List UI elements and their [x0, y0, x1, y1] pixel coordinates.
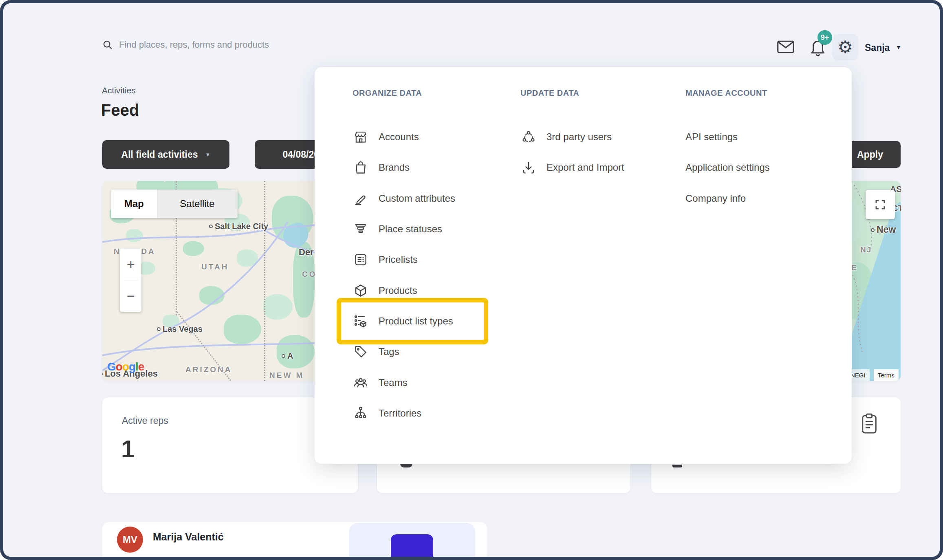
- map-label-nj: NJ: [860, 245, 872, 254]
- map-view-button[interactable]: Map: [111, 190, 157, 218]
- gear-icon: ⚙: [837, 39, 853, 56]
- map-label-de-partial: E: [851, 263, 857, 272]
- user-menu[interactable]: Sanja: [865, 42, 890, 53]
- partial-digit: [400, 464, 412, 467]
- people-icon: [353, 375, 369, 391]
- menu-item-product-list-types[interactable]: Product list types: [353, 311, 453, 331]
- layers-funnel-icon: [353, 221, 369, 237]
- map-label-arizona: ARIZONA: [185, 365, 232, 374]
- zoom-in-button[interactable]: +: [120, 249, 141, 280]
- organize-data-header: ORGANIZE DATA: [353, 88, 422, 98]
- mail-icon[interactable]: [777, 40, 795, 54]
- manage-account-header: MANAGE ACCOUNT: [685, 88, 767, 98]
- google-logo: Google: [107, 360, 144, 373]
- menu-item-company-info[interactable]: Company info: [685, 189, 746, 208]
- menu-item-export-and-import[interactable]: Export and Import: [520, 158, 624, 177]
- breadcrumb: Activities: [102, 86, 136, 95]
- download-icon: [520, 159, 537, 176]
- menu-item-brands[interactable]: Brands: [353, 158, 410, 177]
- chevron-down-icon: ▼: [205, 152, 211, 158]
- menu-item-accounts[interactable]: Accounts: [353, 127, 419, 147]
- menu-item-place-statuses[interactable]: Place statuses: [353, 219, 442, 239]
- shopping-bag-icon: [353, 159, 369, 176]
- menu-item-pricelists[interactable]: Pricelists: [353, 250, 418, 269]
- partial-digit: [672, 465, 682, 467]
- satellite-view-button[interactable]: Satellite: [157, 190, 238, 218]
- list-cube-icon: [353, 313, 369, 329]
- map-label-denver-partial: Der: [299, 247, 314, 258]
- fullscreen-button[interactable]: [866, 190, 895, 219]
- map-label-new-york-partial: New: [871, 224, 896, 235]
- activity-filter-label: All field activities: [121, 149, 198, 160]
- map-label-albuquerque-partial: A: [282, 351, 293, 361]
- rep-name: Marija Valentić: [153, 531, 224, 543]
- update-data-header: UPDATE DATA: [520, 88, 579, 98]
- cube-icon: [353, 282, 369, 299]
- app-screen: 9+ ⚙ Sanja ▼ Activities Feed All field a…: [0, 0, 943, 560]
- pencil-icon: [353, 190, 369, 207]
- card-value: 1: [121, 435, 134, 463]
- menu-item-territories[interactable]: Territories: [353, 403, 421, 423]
- tag-icon: [353, 344, 369, 360]
- chevron-down-icon: ▼: [896, 44, 901, 51]
- network-icon: [520, 129, 537, 145]
- notification-badge: 9+: [817, 30, 832, 45]
- menu-item-custom-attributes[interactable]: Custom attributes: [353, 189, 455, 208]
- map-label-new-mexico-partial: NEW M: [269, 371, 304, 380]
- map-zoom-control: + −: [120, 249, 141, 312]
- search-icon: [102, 39, 113, 51]
- hierarchy-icon: [353, 405, 369, 421]
- feed-media-preview: [349, 523, 475, 560]
- card-label: Active reps: [122, 415, 168, 426]
- activity-filter-dropdown[interactable]: All field activities ▼: [102, 140, 229, 169]
- zoom-out-button[interactable]: −: [120, 280, 141, 312]
- clipboard-icon: [860, 412, 879, 435]
- search-input[interactable]: [119, 40, 331, 50]
- menu-item-products[interactable]: Products: [353, 281, 417, 300]
- map-label-utah: UTAH: [201, 262, 229, 271]
- settings-gear-button[interactable]: ⚙: [832, 34, 858, 60]
- fullscreen-icon: [874, 198, 886, 211]
- apply-label: Apply: [857, 149, 883, 160]
- map-terms-link[interactable]: Terms: [874, 369, 899, 381]
- map-label-salt-lake-city: Salt Lake City: [209, 222, 268, 231]
- settings-menu-panel: ORGANIZE DATA UPDATE DATA MANAGE ACCOUNT…: [315, 67, 852, 464]
- map-type-toggle: Map Satellite: [111, 190, 238, 218]
- menu-item-tags[interactable]: Tags: [353, 342, 399, 362]
- menu-item-api-settings[interactable]: API settings: [685, 127, 738, 147]
- menu-item-application-settings[interactable]: Application settings: [685, 158, 770, 177]
- page-title: Feed: [101, 101, 139, 119]
- avatar: MV: [117, 527, 143, 553]
- global-search[interactable]: [102, 39, 331, 51]
- map-label-las-vegas: Las Vegas: [157, 324, 203, 334]
- media-thumbnail: [391, 534, 433, 560]
- menu-item-teams[interactable]: Teams: [353, 373, 408, 392]
- menu-item-3rd-party-users[interactable]: 3rd party users: [520, 127, 612, 147]
- storefront-icon: [353, 129, 369, 145]
- pricelist-icon: [353, 251, 369, 268]
